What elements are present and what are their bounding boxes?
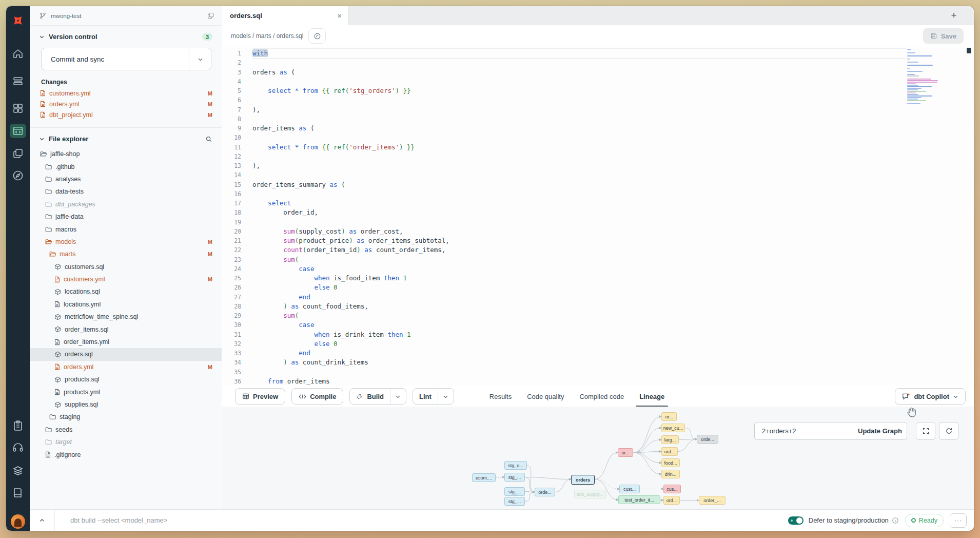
lineage-node[interactable]: ord... — [663, 496, 680, 505]
file-tree-item[interactable]: .github — [30, 160, 222, 172]
file-tree-item[interactable]: staging — [30, 411, 222, 423]
home-icon[interactable] — [12, 48, 24, 60]
tab-orders-sql[interactable]: orders.sql × — [222, 6, 348, 25]
editor-scrollbar-thumb[interactable] — [967, 48, 971, 53]
update-graph-button[interactable]: Update Graph — [853, 422, 907, 440]
line-number: 32 — [222, 339, 245, 349]
info-icon[interactable] — [892, 517, 899, 524]
lineage-node[interactable]: cust... — [619, 485, 640, 493]
search-icon[interactable] — [205, 136, 212, 143]
copy-branch-icon[interactable] — [207, 12, 214, 20]
lineage-node[interactable]: or... — [661, 412, 677, 421]
file-tree-item[interactable]: supplies.sql — [30, 398, 222, 411]
file-tree-item[interactable]: dbt_packages — [30, 198, 222, 210]
lineage-node[interactable]: stg_o... — [504, 461, 527, 470]
tab-lineage[interactable]: Lineage — [632, 386, 672, 407]
file-tree-item[interactable]: target — [30, 436, 222, 448]
file-tree-item[interactable]: orders.sql — [30, 348, 222, 360]
commit-options-dropdown[interactable] — [189, 48, 211, 70]
lineage-node[interactable]: or... — [618, 448, 633, 457]
code-editor[interactable]: 1234567891011121314151617181920212223242… — [222, 47, 974, 386]
file-tree-item[interactable]: metricflow_time_spine.sql — [30, 311, 222, 323]
file-tree-item[interactable]: seeds — [30, 424, 222, 436]
file-explorer-header[interactable]: File explorer — [30, 128, 222, 146]
lineage-node[interactable]: new_cu... — [661, 424, 685, 432]
lint-options-dropdown[interactable] — [438, 389, 454, 404]
lineage-filter-input[interactable] — [754, 422, 853, 440]
file-tree-item[interactable]: locations.sql — [30, 285, 222, 298]
lineage-node[interactable]: stg_... — [504, 497, 525, 506]
new-tab-button[interactable]: + — [946, 8, 962, 23]
file-tree-item[interactable]: modelsM — [30, 236, 222, 248]
file-tree-item[interactable]: jaffle-data — [30, 210, 222, 223]
branch-name[interactable]: mwong-test — [51, 13, 81, 19]
file-tree-item[interactable]: martsM — [30, 248, 222, 260]
change-item[interactable]: customers.ymlM — [30, 88, 222, 99]
file-tree-item[interactable]: data-tests — [30, 185, 222, 198]
dbt-logo-icon[interactable] — [11, 13, 25, 28]
file-tree-item[interactable]: products.yml — [30, 386, 222, 398]
change-item[interactable]: dbt_project.ymlM — [30, 109, 222, 120]
deploy-jobs-icon[interactable] — [12, 75, 24, 87]
environments-stack-icon[interactable] — [12, 465, 24, 477]
lineage-node[interactable]: orde... — [697, 435, 718, 444]
fullscreen-button[interactable] — [916, 422, 935, 440]
expand-command-panel-button[interactable] — [30, 510, 55, 531]
lineage-node[interactable]: ord... — [661, 447, 678, 456]
tab-close-icon[interactable]: × — [337, 11, 342, 20]
more-options-button[interactable]: ··· — [950, 513, 967, 528]
lineage-node[interactable]: stg_... — [504, 487, 525, 496]
support-headset-icon[interactable] — [12, 441, 24, 454]
version-control-header[interactable]: Version control 3 — [30, 26, 222, 44]
minimap[interactable] — [907, 49, 942, 106]
commit-and-sync-button[interactable]: Commit and sync — [41, 48, 211, 70]
code-token: end — [299, 293, 310, 301]
lineage-node[interactable]: larg... — [661, 435, 679, 444]
build-options-dropdown[interactable] — [390, 389, 406, 404]
minimap-line — [907, 97, 922, 98]
explore-compass-icon[interactable] — [12, 169, 24, 182]
file-tree-item[interactable]: customers.ymlM — [30, 273, 222, 285]
command-input[interactable]: dbt build --select <model_name> — [70, 516, 788, 524]
lineage-node[interactable]: test_supply... — [574, 490, 606, 498]
lineage-node[interactable]: food... — [661, 458, 680, 467]
file-tree-item[interactable]: locations.yml — [30, 298, 222, 311]
file-tree-item[interactable]: products.sql — [30, 373, 222, 386]
lineage-node[interactable]: cus... — [663, 485, 681, 493]
lineage-node[interactable]: stg_... — [504, 473, 525, 482]
tab-results[interactable]: Results — [482, 386, 519, 407]
file-tree-item[interactable]: jaffle-shop — [30, 148, 222, 160]
change-item[interactable]: orders.ymlM — [30, 99, 222, 109]
file-tree-item[interactable]: customers.sql — [30, 261, 222, 273]
defer-toggle[interactable] — [788, 516, 803, 525]
lineage-node[interactable]: order_... — [699, 496, 726, 505]
build-button[interactable]: Build — [350, 389, 390, 404]
lineage-node[interactable]: drin... — [661, 470, 680, 478]
catalog-grid-icon[interactable] — [12, 102, 24, 114]
file-tree-item[interactable]: order_items.yml — [30, 336, 222, 348]
compile-button[interactable]: Compile — [291, 388, 343, 405]
dbt-copilot-button[interactable]: dbt Copilot — [895, 388, 966, 405]
lineage-node[interactable]: ecom.... — [472, 473, 496, 482]
lineage-node[interactable]: orde... — [535, 488, 555, 496]
develop-ide-icon[interactable] — [10, 124, 26, 138]
file-tree-item[interactable]: macros — [30, 223, 222, 235]
save-button[interactable]: Save — [923, 28, 964, 44]
open-lineage-icon-button[interactable] — [308, 28, 326, 44]
lineage-node[interactable]: test_order_it... — [618, 495, 660, 504]
user-avatar[interactable] — [11, 514, 25, 529]
modified-badge: M — [208, 276, 212, 282]
tasks-clipboard-icon[interactable] — [12, 419, 24, 432]
file-tree-item[interactable]: analyses — [30, 173, 222, 185]
tab-compiled-code[interactable]: Compiled code — [572, 386, 632, 407]
tab-code-quality[interactable]: Code quality — [519, 386, 572, 407]
lineage-node[interactable]: orders — [571, 475, 595, 485]
lint-button[interactable]: Lint — [413, 389, 438, 404]
orchestration-icon[interactable] — [12, 147, 24, 160]
preview-button[interactable]: Preview — [235, 388, 285, 405]
docs-book-icon[interactable] — [12, 487, 24, 499]
refresh-button[interactable] — [939, 422, 958, 440]
file-tree-item[interactable]: orders.ymlM — [30, 361, 222, 373]
file-tree-item[interactable]: order_items.sql — [30, 323, 222, 335]
file-tree-item[interactable]: .gitignore — [30, 448, 222, 460]
